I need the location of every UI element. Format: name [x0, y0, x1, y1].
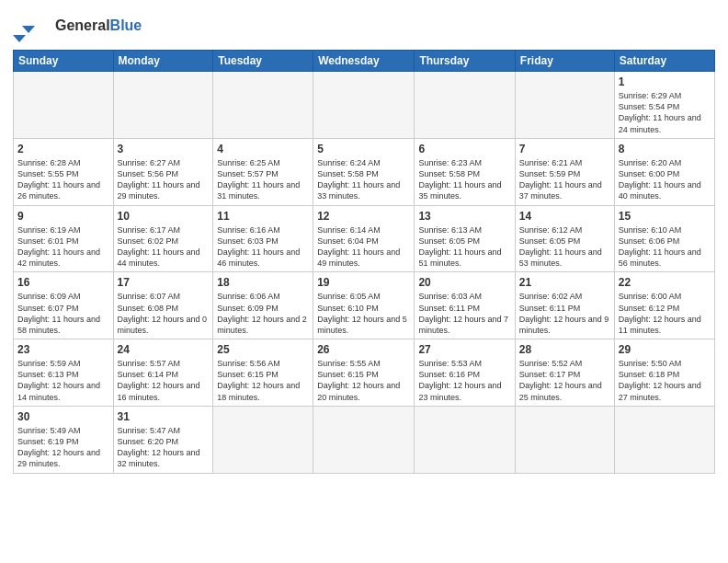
calendar-week-row: 2Sunrise: 6:28 AM Sunset: 5:55 PM Daylig…: [14, 138, 715, 205]
day-info: Sunrise: 5:47 AM Sunset: 6:20 PM Dayligh…: [118, 425, 210, 470]
weekday-header-tuesday: Tuesday: [213, 51, 313, 72]
calendar-cell: 4Sunrise: 6:25 AM Sunset: 5:57 PM Daylig…: [213, 138, 313, 205]
general-blue-logo-icon: [13, 9, 51, 42]
calendar-cell: 21Sunrise: 6:02 AM Sunset: 6:11 PM Dayli…: [515, 272, 614, 339]
calendar-week-row: 23Sunrise: 5:59 AM Sunset: 6:13 PM Dayli…: [14, 339, 715, 407]
calendar-cell: 3Sunrise: 6:27 AM Sunset: 5:56 PM Daylig…: [113, 138, 213, 205]
calendar-cell: 9Sunrise: 6:19 AM Sunset: 6:01 PM Daylig…: [14, 205, 114, 272]
day-info: Sunrise: 6:20 AM Sunset: 6:00 PM Dayligh…: [619, 157, 711, 202]
calendar-cell: [213, 406, 313, 473]
day-info: Sunrise: 5:57 AM Sunset: 6:14 PM Dayligh…: [118, 358, 210, 403]
day-number: 12: [317, 209, 410, 224]
calendar-cell: 8Sunrise: 6:20 AM Sunset: 6:00 PM Daylig…: [614, 138, 714, 205]
calendar-cell: 29Sunrise: 5:50 AM Sunset: 6:18 PM Dayli…: [614, 339, 714, 407]
calendar-cell: 10Sunrise: 6:17 AM Sunset: 6:02 PM Dayli…: [113, 205, 213, 272]
day-info: Sunrise: 6:12 AM Sunset: 6:05 PM Dayligh…: [519, 224, 610, 270]
day-info: Sunrise: 6:17 AM Sunset: 6:02 PM Dayligh…: [118, 224, 210, 270]
calendar-cell: [313, 72, 415, 139]
calendar-cell: [313, 406, 415, 473]
calendar-cell: 14Sunrise: 6:12 AM Sunset: 6:05 PM Dayli…: [515, 205, 614, 272]
day-number: 26: [317, 342, 410, 357]
page: GeneralBlue SundayMondayTuesdayWednesday…: [0, 0, 728, 563]
day-info: Sunrise: 5:53 AM Sunset: 6:16 PM Dayligh…: [418, 358, 510, 403]
day-info: Sunrise: 6:16 AM Sunset: 6:03 PM Dayligh…: [217, 224, 309, 270]
day-info: Sunrise: 5:56 AM Sunset: 6:15 PM Dayligh…: [217, 358, 309, 403]
day-number: 4: [217, 142, 309, 156]
day-info: Sunrise: 6:09 AM Sunset: 6:07 PM Dayligh…: [17, 291, 109, 336]
weekday-header-row: SundayMondayTuesdayWednesdayThursdayFrid…: [14, 51, 715, 72]
day-number: 18: [217, 275, 309, 290]
calendar-cell: [515, 72, 614, 139]
calendar-table: SundayMondayTuesdayWednesdayThursdayFrid…: [13, 50, 715, 474]
calendar-cell: 26Sunrise: 5:55 AM Sunset: 6:15 PM Dayli…: [313, 339, 415, 407]
day-number: 30: [17, 409, 109, 424]
day-info: Sunrise: 6:14 AM Sunset: 6:04 PM Dayligh…: [317, 224, 410, 270]
calendar-cell: 12Sunrise: 6:14 AM Sunset: 6:04 PM Dayli…: [313, 205, 415, 272]
calendar-cell: 16Sunrise: 6:09 AM Sunset: 6:07 PM Dayli…: [14, 272, 114, 339]
day-number: 28: [519, 342, 610, 357]
header: GeneralBlue: [13, 9, 715, 42]
day-number: 10: [118, 209, 210, 224]
svg-marker-0: [13, 35, 26, 42]
day-number: 7: [519, 142, 610, 156]
day-number: 27: [418, 342, 510, 357]
calendar-cell: 5Sunrise: 6:24 AM Sunset: 5:58 PM Daylig…: [313, 138, 415, 205]
calendar-cell: 11Sunrise: 6:16 AM Sunset: 6:03 PM Dayli…: [213, 205, 313, 272]
calendar-week-row: 16Sunrise: 6:09 AM Sunset: 6:07 PM Dayli…: [14, 272, 715, 339]
day-info: Sunrise: 6:21 AM Sunset: 5:59 PM Dayligh…: [519, 157, 610, 202]
day-number: 15: [619, 209, 711, 224]
calendar-cell: 27Sunrise: 5:53 AM Sunset: 6:16 PM Dayli…: [415, 339, 515, 407]
day-info: Sunrise: 5:50 AM Sunset: 6:18 PM Dayligh…: [619, 358, 711, 403]
day-info: Sunrise: 6:29 AM Sunset: 5:54 PM Dayligh…: [619, 90, 711, 135]
day-number: 24: [118, 342, 210, 357]
calendar-week-row: 30Sunrise: 5:49 AM Sunset: 6:19 PM Dayli…: [14, 406, 715, 473]
calendar-week-row: 1Sunrise: 6:29 AM Sunset: 5:54 PM Daylig…: [14, 72, 715, 139]
weekday-header-sunday: Sunday: [14, 51, 114, 72]
day-number: 17: [118, 275, 210, 290]
day-info: Sunrise: 6:27 AM Sunset: 5:56 PM Dayligh…: [118, 157, 210, 202]
day-info: Sunrise: 5:59 AM Sunset: 6:13 PM Dayligh…: [17, 358, 109, 403]
day-info: Sunrise: 6:23 AM Sunset: 5:58 PM Dayligh…: [418, 157, 510, 202]
day-info: Sunrise: 6:05 AM Sunset: 6:10 PM Dayligh…: [317, 291, 410, 336]
day-number: 8: [619, 142, 711, 156]
day-number: 16: [17, 275, 109, 290]
calendar-cell: [415, 72, 515, 139]
calendar-cell: [213, 72, 313, 139]
calendar-cell: 6Sunrise: 6:23 AM Sunset: 5:58 PM Daylig…: [415, 138, 515, 205]
day-number: 11: [217, 209, 309, 224]
day-info: Sunrise: 5:49 AM Sunset: 6:19 PM Dayligh…: [17, 425, 109, 470]
calendar-cell: [415, 406, 515, 473]
weekday-header-thursday: Thursday: [415, 51, 515, 72]
calendar-cell: [614, 406, 714, 473]
calendar-cell: [113, 72, 213, 139]
day-number: 6: [418, 142, 510, 156]
calendar-cell: 28Sunrise: 5:52 AM Sunset: 6:17 PM Dayli…: [515, 339, 614, 407]
day-info: Sunrise: 6:19 AM Sunset: 6:01 PM Dayligh…: [17, 224, 109, 270]
calendar-cell: 17Sunrise: 6:07 AM Sunset: 6:08 PM Dayli…: [113, 272, 213, 339]
calendar-cell: 30Sunrise: 5:49 AM Sunset: 6:19 PM Dayli…: [14, 406, 114, 473]
day-info: Sunrise: 5:55 AM Sunset: 6:15 PM Dayligh…: [317, 358, 410, 403]
calendar-cell: 2Sunrise: 6:28 AM Sunset: 5:55 PM Daylig…: [14, 138, 114, 205]
day-info: Sunrise: 6:10 AM Sunset: 6:06 PM Dayligh…: [619, 224, 711, 270]
day-info: Sunrise: 6:03 AM Sunset: 6:11 PM Dayligh…: [418, 291, 510, 336]
calendar-cell: 23Sunrise: 5:59 AM Sunset: 6:13 PM Dayli…: [14, 339, 114, 407]
day-number: 25: [217, 342, 309, 357]
day-info: Sunrise: 6:07 AM Sunset: 6:08 PM Dayligh…: [118, 291, 210, 336]
day-info: Sunrise: 6:13 AM Sunset: 6:05 PM Dayligh…: [418, 224, 510, 270]
day-number: 23: [17, 342, 109, 357]
calendar-cell: 22Sunrise: 6:00 AM Sunset: 6:12 PM Dayli…: [614, 272, 714, 339]
day-number: 29: [619, 342, 711, 357]
calendar-week-row: 9Sunrise: 6:19 AM Sunset: 6:01 PM Daylig…: [14, 205, 715, 272]
day-info: Sunrise: 5:52 AM Sunset: 6:17 PM Dayligh…: [519, 358, 610, 403]
calendar-cell: 20Sunrise: 6:03 AM Sunset: 6:11 PM Dayli…: [415, 272, 515, 339]
calendar-cell: 7Sunrise: 6:21 AM Sunset: 5:59 PM Daylig…: [515, 138, 614, 205]
calendar-cell: 19Sunrise: 6:05 AM Sunset: 6:10 PM Dayli…: [313, 272, 415, 339]
weekday-header-friday: Friday: [515, 51, 614, 72]
day-number: 13: [418, 209, 510, 224]
day-number: 31: [118, 409, 210, 424]
calendar-cell: 24Sunrise: 5:57 AM Sunset: 6:14 PM Dayli…: [113, 339, 213, 407]
calendar-cell: 1Sunrise: 6:29 AM Sunset: 5:54 PM Daylig…: [614, 72, 714, 139]
day-info: Sunrise: 6:00 AM Sunset: 6:12 PM Dayligh…: [619, 291, 711, 336]
calendar-cell: [515, 406, 614, 473]
day-number: 5: [317, 142, 410, 156]
